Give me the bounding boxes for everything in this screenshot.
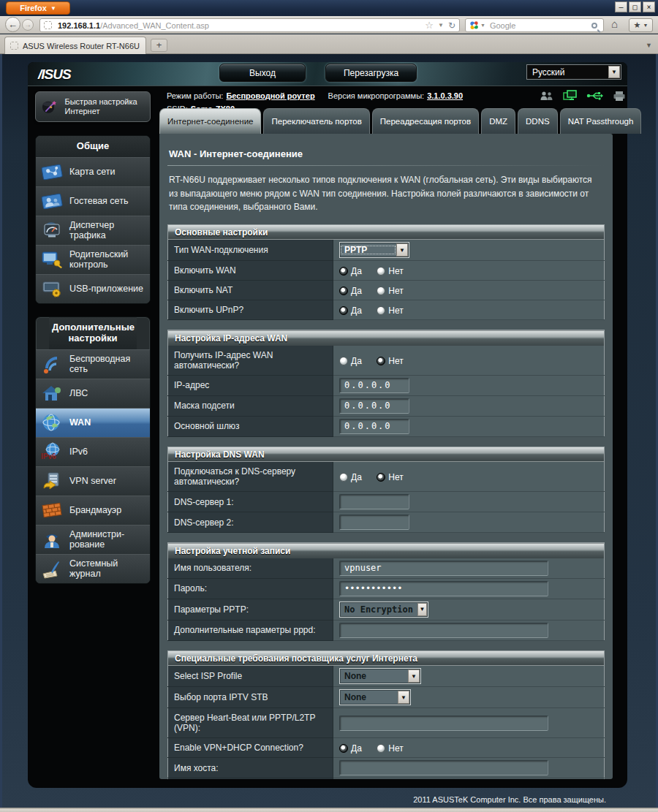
sidebar-item-usb-application[interactable]: USB-приложение [36,274,150,303]
sidebar-item-guest-network[interactable]: Гостевая сеть [36,186,150,216]
printer-status-icon[interactable] [613,91,626,102]
network-status-icon[interactable] [563,90,578,102]
mode-label: Режим работы: [167,91,223,100]
field-label: Маска подсети [168,395,333,416]
reboot-button[interactable]: Перезагрузка [325,64,417,82]
wan-type-value: PPTP [340,245,396,255]
pptp-options-select[interactable]: No Encryption ▼ [339,602,428,618]
tab-nat-passthrough[interactable]: NAT Passthrough [560,108,642,134]
home-button[interactable]: ⌂ [611,18,618,30]
field-label: Дополнительные параметры pppd: [168,620,333,640]
ip-address-input[interactable] [339,378,409,393]
section-isp: Специальные требования поставщика услуг … [167,650,605,779]
tab-port-trigger[interactable]: Переключатель портов [263,108,369,134]
table-row: Выбор порта IPTV STB None ▼ [168,687,605,708]
sidebar-item-label: USB-приложение [69,284,143,294]
dns2-input[interactable] [339,515,409,530]
sidebar-item-label: Брандмауэр [69,505,121,515]
sidebar-general-header: Общие [36,136,150,157]
pppd-options-input[interactable] [339,623,548,638]
search-icon[interactable] [591,23,597,29]
language-select[interactable]: Русский ▼ [526,64,621,80]
tab-title: ASUS Wireless Router RT-N66U - Интернет-… [23,42,140,50]
mode-link[interactable]: Беспроводной роутер [226,91,314,100]
radio-yes[interactable] [339,744,348,753]
radio-yes[interactable] [339,287,348,295]
radio-no[interactable] [377,306,385,315]
gateway-input[interactable] [339,419,409,434]
sidebar-item-system-log[interactable]: Системный журнал [36,554,150,583]
tab-ddns[interactable]: DDNS [518,108,558,134]
bookmarks-button[interactable]: ★ ▼ [629,18,653,32]
wan-type-select[interactable]: PPTP ▼ [339,242,409,258]
quick-setup-button[interactable]: Быстрая настройка Интернет [35,91,151,122]
firefox-menu-button[interactable]: Firefox ▼ [6,1,70,15]
radio-no[interactable] [377,357,385,365]
sidebar-item-label: Диспетчер трафика [69,220,147,241]
section-wan-ip: Настройка IP-адреса WAN Получить IP-адре… [167,330,605,437]
minimize-button[interactable]: – [615,1,627,12]
radio-no[interactable] [377,744,385,753]
tab-internet-connection[interactable]: Интернет-соединение [159,108,261,134]
sidebar-item-label: Родительский контроль [69,249,147,270]
sidebar-item-administration[interactable]: Администри-рование [36,525,150,554]
sidebar-item-lan[interactable]: ЛВС [36,379,150,408]
sidebar-item-firewall[interactable]: Брандмауэр [36,496,150,525]
sidebar-item-label: Беспроводная сеть [69,354,147,375]
maximize-button[interactable]: □ [629,1,641,12]
logout-button[interactable]: Выход [219,64,306,82]
isp-profile-select[interactable]: None ▼ [339,668,421,684]
search-engine-dropdown-icon[interactable]: ▼ [480,23,485,28]
usb-status-icon[interactable] [586,91,604,101]
close-button[interactable]: × [643,1,655,12]
iptv-port-select[interactable]: None ▼ [339,689,411,705]
reload-icon[interactable]: ↻ [448,20,455,31]
sidebar-item-wan[interactable]: WAN [36,408,150,437]
new-tab-button[interactable]: + [151,39,167,52]
table-row: Включить WAN Да Нет [168,261,605,281]
sidebar-item-wireless[interactable]: Беспроводная сеть [36,349,150,379]
tab-dmz[interactable]: DMZ [481,108,515,134]
radio-yes[interactable] [339,267,348,276]
search-bar[interactable]: ▼ Google [465,18,604,32]
url-bar[interactable]: 192.168.1.1/Advanced_WAN_Content.asp ☆ ▼… [39,18,460,32]
radio-yes[interactable] [339,306,348,315]
sidebar-item-network-map[interactable]: Карта сети [36,157,150,186]
sidebar-item-vpn-server[interactable]: VPN server [36,466,150,496]
username-input[interactable] [339,561,548,576]
copyright-text: 2011 ASUSTeK Computer Inc. Все права защ… [413,795,606,804]
forward-button[interactable]: → [22,19,34,31]
sidebar-item-traffic-manager[interactable]: Диспетчер трафика [36,216,150,245]
dns1-input[interactable] [339,494,409,509]
heartbeat-server-input[interactable] [339,716,548,731]
field-label: Имя пользователя: [168,558,333,579]
radio-yes[interactable] [339,473,348,482]
field-label: Подключаться к DNS-серверу автоматически… [168,462,333,492]
hostname-input[interactable] [339,760,548,775]
radio-no[interactable] [377,473,385,482]
tab-list-dropdown-icon[interactable]: ▼ [646,42,652,49]
subnet-mask-input[interactable] [339,398,409,414]
field-label: MAC-адрес: [168,778,333,779]
url-text[interactable]: 192.168.1.1/Advanced_WAN_Content.asp [58,21,425,30]
tab-port-forwarding[interactable]: Переадресация портов [372,108,479,134]
table-row: Select ISP Profile None ▼ [168,666,605,687]
status-icons [540,90,626,102]
search-input[interactable]: Google [490,21,591,30]
firmware-link[interactable]: 3.1.0.3.90 [427,91,463,100]
radio-no[interactable] [377,287,385,295]
section-header: Специальные требования поставщика услуг … [168,650,605,666]
vpn-server-icon [39,470,65,492]
url-dropdown-icon[interactable]: ▼ [438,22,444,29]
bookmark-star-icon[interactable]: ☆ [425,20,434,31]
password-input[interactable] [339,581,548,596]
radio-yes[interactable] [339,357,348,365]
page-description: RT-N66U поддерживает несколько типов под… [169,173,603,214]
radio-no[interactable] [377,267,385,276]
back-button[interactable]: ← [5,17,20,32]
clients-icon[interactable] [540,91,554,102]
sidebar-item-ipv6[interactable]: IPv6 IPv6 [36,437,150,466]
sidebar-item-parental-control[interactable]: Родительский контроль [36,245,150,274]
table-row: DNS-сервер 1: [168,492,605,512]
browser-tab[interactable]: ASUS Wireless Router RT-N66U - Интернет-… [4,37,146,54]
